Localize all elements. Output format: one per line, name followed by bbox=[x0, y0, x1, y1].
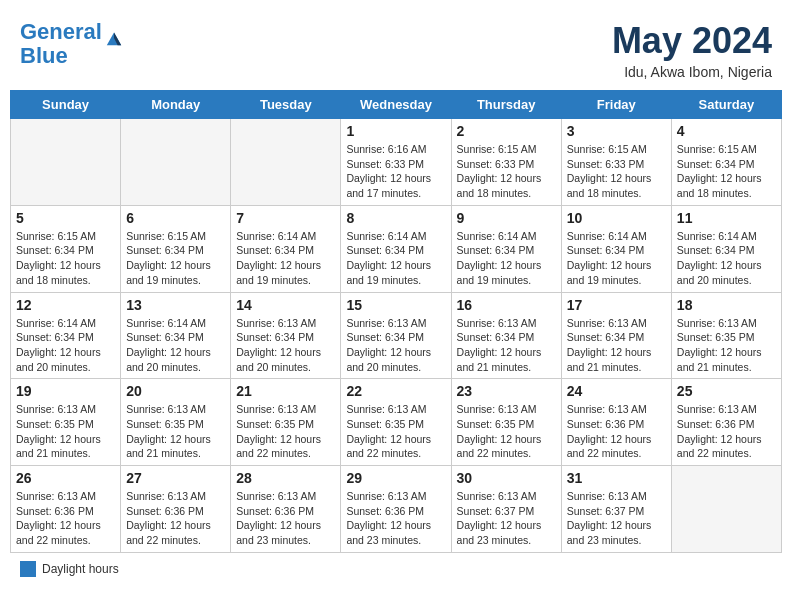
page-header: General Blue May 2024 Idu, Akwa Ibom, Ni… bbox=[10, 10, 782, 85]
day-info: Sunrise: 6:15 AMSunset: 6:33 PMDaylight:… bbox=[567, 142, 666, 201]
calendar-day-cell: 27Sunrise: 6:13 AMSunset: 6:36 PMDayligh… bbox=[121, 466, 231, 553]
calendar-day-cell: 6Sunrise: 6:15 AMSunset: 6:34 PMDaylight… bbox=[121, 205, 231, 292]
day-number: 14 bbox=[236, 297, 335, 313]
day-info: Sunrise: 6:13 AMSunset: 6:34 PMDaylight:… bbox=[236, 316, 335, 375]
calendar-day-cell: 20Sunrise: 6:13 AMSunset: 6:35 PMDayligh… bbox=[121, 379, 231, 466]
calendar-week-row: 12Sunrise: 6:14 AMSunset: 6:34 PMDayligh… bbox=[11, 292, 782, 379]
calendar-day-cell bbox=[11, 119, 121, 206]
day-number: 2 bbox=[457, 123, 556, 139]
day-info: Sunrise: 6:15 AMSunset: 6:34 PMDaylight:… bbox=[126, 229, 225, 288]
day-of-week-header: Monday bbox=[121, 91, 231, 119]
day-of-week-header: Wednesday bbox=[341, 91, 451, 119]
day-info: Sunrise: 6:14 AMSunset: 6:34 PMDaylight:… bbox=[677, 229, 776, 288]
day-info: Sunrise: 6:13 AMSunset: 6:34 PMDaylight:… bbox=[567, 316, 666, 375]
day-number: 7 bbox=[236, 210, 335, 226]
title-area: May 2024 Idu, Akwa Ibom, Nigeria bbox=[612, 20, 772, 80]
day-info: Sunrise: 6:13 AMSunset: 6:35 PMDaylight:… bbox=[16, 402, 115, 461]
calendar-day-cell: 24Sunrise: 6:13 AMSunset: 6:36 PMDayligh… bbox=[561, 379, 671, 466]
day-number: 23 bbox=[457, 383, 556, 399]
day-number: 19 bbox=[16, 383, 115, 399]
day-number: 3 bbox=[567, 123, 666, 139]
calendar-day-cell: 30Sunrise: 6:13 AMSunset: 6:37 PMDayligh… bbox=[451, 466, 561, 553]
day-number: 21 bbox=[236, 383, 335, 399]
day-info: Sunrise: 6:13 AMSunset: 6:36 PMDaylight:… bbox=[236, 489, 335, 548]
day-number: 17 bbox=[567, 297, 666, 313]
calendar-week-row: 26Sunrise: 6:13 AMSunset: 6:36 PMDayligh… bbox=[11, 466, 782, 553]
logo-text: General Blue bbox=[20, 20, 102, 68]
day-of-week-header: Sunday bbox=[11, 91, 121, 119]
day-of-week-header: Tuesday bbox=[231, 91, 341, 119]
legend-color-box bbox=[20, 561, 36, 577]
day-info: Sunrise: 6:13 AMSunset: 6:36 PMDaylight:… bbox=[567, 402, 666, 461]
calendar-day-cell: 8Sunrise: 6:14 AMSunset: 6:34 PMDaylight… bbox=[341, 205, 451, 292]
day-info: Sunrise: 6:13 AMSunset: 6:37 PMDaylight:… bbox=[567, 489, 666, 548]
calendar-day-cell bbox=[231, 119, 341, 206]
calendar-day-cell: 26Sunrise: 6:13 AMSunset: 6:36 PMDayligh… bbox=[11, 466, 121, 553]
calendar-day-cell: 21Sunrise: 6:13 AMSunset: 6:35 PMDayligh… bbox=[231, 379, 341, 466]
day-number: 4 bbox=[677, 123, 776, 139]
day-of-week-header: Thursday bbox=[451, 91, 561, 119]
calendar-day-cell: 3Sunrise: 6:15 AMSunset: 6:33 PMDaylight… bbox=[561, 119, 671, 206]
calendar-day-cell: 4Sunrise: 6:15 AMSunset: 6:34 PMDaylight… bbox=[671, 119, 781, 206]
calendar-day-cell: 31Sunrise: 6:13 AMSunset: 6:37 PMDayligh… bbox=[561, 466, 671, 553]
day-info: Sunrise: 6:13 AMSunset: 6:35 PMDaylight:… bbox=[346, 402, 445, 461]
location: Idu, Akwa Ibom, Nigeria bbox=[612, 64, 772, 80]
day-number: 5 bbox=[16, 210, 115, 226]
calendar-week-row: 19Sunrise: 6:13 AMSunset: 6:35 PMDayligh… bbox=[11, 379, 782, 466]
day-number: 11 bbox=[677, 210, 776, 226]
day-info: Sunrise: 6:14 AMSunset: 6:34 PMDaylight:… bbox=[346, 229, 445, 288]
day-number: 24 bbox=[567, 383, 666, 399]
calendar-day-cell: 23Sunrise: 6:13 AMSunset: 6:35 PMDayligh… bbox=[451, 379, 561, 466]
day-info: Sunrise: 6:16 AMSunset: 6:33 PMDaylight:… bbox=[346, 142, 445, 201]
month-title: May 2024 bbox=[612, 20, 772, 62]
day-info: Sunrise: 6:15 AMSunset: 6:33 PMDaylight:… bbox=[457, 142, 556, 201]
calendar-day-cell bbox=[121, 119, 231, 206]
day-number: 1 bbox=[346, 123, 445, 139]
day-info: Sunrise: 6:13 AMSunset: 6:37 PMDaylight:… bbox=[457, 489, 556, 548]
day-info: Sunrise: 6:13 AMSunset: 6:34 PMDaylight:… bbox=[457, 316, 556, 375]
calendar-day-cell: 13Sunrise: 6:14 AMSunset: 6:34 PMDayligh… bbox=[121, 292, 231, 379]
calendar-day-cell: 7Sunrise: 6:14 AMSunset: 6:34 PMDaylight… bbox=[231, 205, 341, 292]
calendar-day-cell: 17Sunrise: 6:13 AMSunset: 6:34 PMDayligh… bbox=[561, 292, 671, 379]
day-info: Sunrise: 6:15 AMSunset: 6:34 PMDaylight:… bbox=[16, 229, 115, 288]
day-number: 25 bbox=[677, 383, 776, 399]
day-info: Sunrise: 6:14 AMSunset: 6:34 PMDaylight:… bbox=[236, 229, 335, 288]
day-info: Sunrise: 6:13 AMSunset: 6:35 PMDaylight:… bbox=[677, 316, 776, 375]
day-info: Sunrise: 6:13 AMSunset: 6:35 PMDaylight:… bbox=[457, 402, 556, 461]
day-info: Sunrise: 6:14 AMSunset: 6:34 PMDaylight:… bbox=[567, 229, 666, 288]
day-number: 13 bbox=[126, 297, 225, 313]
day-number: 26 bbox=[16, 470, 115, 486]
calendar-day-cell: 16Sunrise: 6:13 AMSunset: 6:34 PMDayligh… bbox=[451, 292, 561, 379]
calendar-day-cell: 5Sunrise: 6:15 AMSunset: 6:34 PMDaylight… bbox=[11, 205, 121, 292]
day-info: Sunrise: 6:14 AMSunset: 6:34 PMDaylight:… bbox=[457, 229, 556, 288]
day-info: Sunrise: 6:13 AMSunset: 6:36 PMDaylight:… bbox=[126, 489, 225, 548]
day-number: 22 bbox=[346, 383, 445, 399]
legend-label: Daylight hours bbox=[42, 562, 119, 576]
calendar-week-row: 1Sunrise: 6:16 AMSunset: 6:33 PMDaylight… bbox=[11, 119, 782, 206]
calendar-day-cell: 25Sunrise: 6:13 AMSunset: 6:36 PMDayligh… bbox=[671, 379, 781, 466]
calendar-day-cell: 9Sunrise: 6:14 AMSunset: 6:34 PMDaylight… bbox=[451, 205, 561, 292]
calendar-day-cell: 11Sunrise: 6:14 AMSunset: 6:34 PMDayligh… bbox=[671, 205, 781, 292]
day-info: Sunrise: 6:13 AMSunset: 6:34 PMDaylight:… bbox=[346, 316, 445, 375]
day-number: 31 bbox=[567, 470, 666, 486]
logo: General Blue bbox=[20, 20, 123, 68]
calendar-day-cell: 22Sunrise: 6:13 AMSunset: 6:35 PMDayligh… bbox=[341, 379, 451, 466]
day-number: 28 bbox=[236, 470, 335, 486]
day-info: Sunrise: 6:14 AMSunset: 6:34 PMDaylight:… bbox=[126, 316, 225, 375]
day-number: 10 bbox=[567, 210, 666, 226]
day-number: 30 bbox=[457, 470, 556, 486]
day-of-week-header: Friday bbox=[561, 91, 671, 119]
calendar-day-cell bbox=[671, 466, 781, 553]
day-info: Sunrise: 6:13 AMSunset: 6:35 PMDaylight:… bbox=[236, 402, 335, 461]
day-number: 8 bbox=[346, 210, 445, 226]
calendar-day-cell: 19Sunrise: 6:13 AMSunset: 6:35 PMDayligh… bbox=[11, 379, 121, 466]
calendar-week-row: 5Sunrise: 6:15 AMSunset: 6:34 PMDaylight… bbox=[11, 205, 782, 292]
day-info: Sunrise: 6:14 AMSunset: 6:34 PMDaylight:… bbox=[16, 316, 115, 375]
calendar-footer: Daylight hours bbox=[10, 561, 782, 577]
calendar-day-cell: 2Sunrise: 6:15 AMSunset: 6:33 PMDaylight… bbox=[451, 119, 561, 206]
day-info: Sunrise: 6:13 AMSunset: 6:36 PMDaylight:… bbox=[677, 402, 776, 461]
day-number: 20 bbox=[126, 383, 225, 399]
calendar-day-cell: 29Sunrise: 6:13 AMSunset: 6:36 PMDayligh… bbox=[341, 466, 451, 553]
calendar-day-cell: 18Sunrise: 6:13 AMSunset: 6:35 PMDayligh… bbox=[671, 292, 781, 379]
logo-icon bbox=[105, 29, 123, 47]
